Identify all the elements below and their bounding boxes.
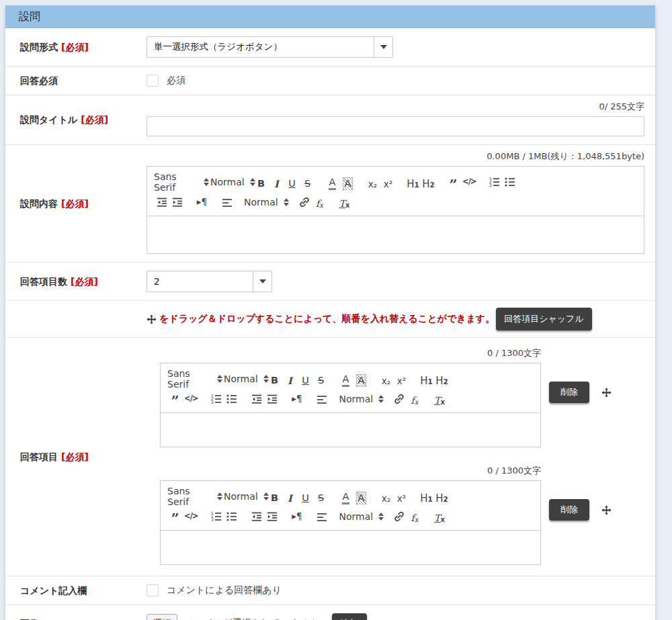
superscript-button[interactable]: x² [394,371,409,387]
align-left-icon [316,393,328,405]
chevron-down-icon[interactable] [253,271,271,292]
bold-button[interactable]: B [267,371,282,387]
answer-item-count-label: 回答項目数 [20,275,67,287]
header-picker[interactable]: Normal [224,491,265,502]
text-direction-button[interactable]: ▸¶ [289,391,304,406]
highlight-color-button[interactable]: A [340,175,355,190]
editor-content[interactable] [147,216,644,253]
font-picker[interactable]: Sans Serif [167,368,222,390]
formula-button[interactable]: fx [407,391,422,406]
drag-handle[interactable] [601,388,612,398]
subscript-button[interactable]: x₂ [365,175,380,190]
superscript-button[interactable]: x² [394,489,409,504]
add-image-button[interactable]: 追加 [332,613,367,620]
indent-button[interactable] [169,194,185,210]
editor-content[interactable] [161,531,540,564]
text-direction-button[interactable]: ▸¶ [194,194,210,210]
subscript-button[interactable]: x₂ [378,489,394,504]
size-picker[interactable]: Normal [339,511,382,522]
font-picker[interactable]: Sans Serif [154,171,209,193]
subscript-button[interactable]: x₂ [378,371,394,387]
row-question-title: 設問タイトル [必須] 0/ 255文字 [5,95,655,145]
bold-button[interactable]: B [267,489,282,504]
link-icon [298,196,310,208]
file-select-button[interactable]: 選択 [146,614,177,620]
heading2-button[interactable]: H2 [434,489,450,504]
text-color-button[interactable]: A [325,175,340,190]
align-button[interactable] [314,391,329,406]
font-picker[interactable]: Sans Serif [167,486,222,507]
heading-group: H1 H2 [405,175,436,190]
strikethrough-button[interactable]: S [313,489,329,504]
highlight-color-button[interactable]: A [353,371,369,387]
editor-toolbar: Sans Serif Normal B I U S A A x₂ x² H1 H… [161,481,540,531]
outdent-button[interactable] [154,194,169,210]
answer-item-count-select[interactable]: 2 [146,271,272,292]
link-icon [393,511,405,523]
question-title-input[interactable] [146,116,644,136]
size-picker[interactable]: Normal [244,197,287,208]
link-button[interactable] [296,194,312,210]
clean-format-button[interactable]: Tx [431,508,447,524]
ordered-list-button[interactable]: 123 [208,391,224,406]
clean-format-button[interactable]: Tx [431,391,447,406]
text-direction-button[interactable]: ▸¶ [289,508,304,524]
delete-item-button[interactable]: 削除 [549,382,589,403]
bullet-list-button[interactable] [224,391,239,406]
code-block-button[interactable]: </> [183,508,199,524]
heading2-button[interactable]: H2 [421,175,436,190]
drag-handle[interactable] [601,505,612,515]
row-question-content: 設問内容 [必須] 0.00MB / 1MB(残り：1,048,551byte)… [5,145,655,263]
italic-button[interactable]: I [282,371,298,387]
bold-button[interactable]: B [253,175,269,190]
underline-button[interactable]: U [298,489,313,504]
bullet-list-button[interactable] [224,508,239,524]
strikethrough-button[interactable]: S [313,371,329,387]
delete-item-button[interactable]: 削除 [549,499,589,521]
heading1-button[interactable]: H1 [419,371,434,387]
question-format-select[interactable]: 単一選択形式（ラジオボタン） [146,36,393,58]
link-button[interactable] [391,508,407,524]
italic-button[interactable]: I [282,489,298,504]
formula-button[interactable]: fx [312,194,327,210]
text-color-button[interactable]: A [338,489,353,504]
formula-button[interactable]: fx [407,508,422,524]
link-button[interactable] [391,391,407,406]
strikethrough-button[interactable]: S [300,175,315,190]
heading1-button[interactable]: H1 [405,175,421,190]
heading2-button[interactable]: H2 [434,371,450,387]
indent-button[interactable] [264,391,280,406]
code-block-button[interactable]: </> [461,175,477,190]
highlight-color-button[interactable]: A [353,489,369,504]
header-picker[interactable]: Normal [210,177,252,187]
heading1-button[interactable]: H1 [419,489,434,504]
outdent-button[interactable] [249,508,264,524]
blockquote-button[interactable]: ” [446,175,461,190]
blockquote-button[interactable]: ” [167,391,183,406]
outdent-button[interactable] [249,391,264,406]
superscript-button[interactable]: x² [380,175,396,190]
underline-button[interactable]: U [284,175,300,190]
header-picker-label: Normal [210,177,245,187]
shuffle-answer-items-button[interactable]: 回答項目シャッフル [496,308,592,330]
size-picker[interactable]: Normal [339,394,382,404]
indent-button[interactable] [264,508,280,524]
text-color-button[interactable]: A [338,371,353,387]
align-button[interactable] [219,194,235,210]
ordered-list-button[interactable]: 123 [487,175,502,190]
answer-required-checkbox[interactable] [146,75,159,87]
comment-field-checkbox[interactable] [146,584,159,596]
header-picker[interactable]: Normal [224,373,265,384]
editor-content[interactable] [161,413,540,447]
ordered-list-button[interactable]: 123 [208,508,224,524]
underline-button[interactable]: U [298,371,313,387]
blockquote-button[interactable]: ” [167,508,183,524]
clean-format-button[interactable]: Tx [337,194,352,210]
align-button[interactable] [314,508,329,524]
bullet-list-button[interactable] [502,175,517,190]
answer-items-label: 回答項目 [20,451,58,463]
code-block-button[interactable]: </> [183,391,199,406]
direction-group: ▸¶ [289,508,304,524]
chevron-down-icon[interactable] [374,37,392,57]
italic-button[interactable]: I [269,175,284,190]
